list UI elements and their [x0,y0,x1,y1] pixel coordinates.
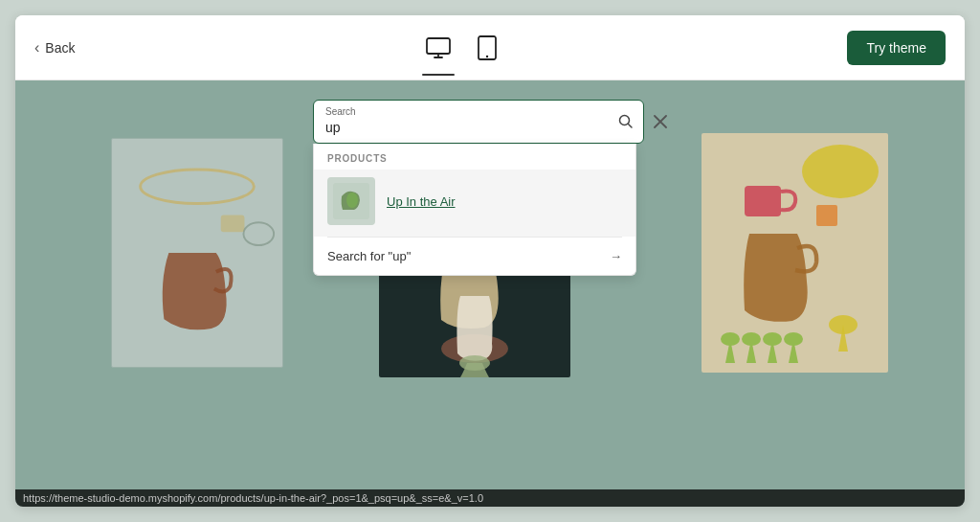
search-input[interactable] [314,101,643,143]
search-input-box: Search [313,100,644,144]
desktop-icon [426,37,451,58]
main-frame: ‹ Back Try theme [15,15,965,507]
close-icon [654,115,667,128]
product-thumbnail [327,177,375,225]
search-container: Search [313,100,667,144]
tablet-icon [478,35,497,60]
status-url: https://theme-studio-demo.myshopify.com/… [23,492,483,504]
preview-area: Search [15,80,965,507]
search-box-wrapper: Search [313,100,667,144]
device-toggle [422,32,501,64]
search-dropdown: PRODUCTS Up In the Air Se [313,144,636,276]
search-icon [618,114,634,129]
back-button[interactable]: ‹ Back [34,39,75,57]
search-for-text: Search for "up" [327,249,411,263]
desktop-toggle-button[interactable] [422,34,455,62]
close-button[interactable] [654,115,667,128]
search-for-row[interactable]: Search for "up" → [314,238,635,275]
product-item[interactable]: Up In the Air [314,170,635,237]
svg-point-2 [486,55,488,57]
svg-point-36 [346,193,358,208]
back-arrow-icon: ‹ [34,39,39,57]
top-bar: ‹ Back Try theme [15,15,965,80]
svg-rect-0 [427,38,450,54]
arrow-right-icon: → [610,249,622,263]
product-name[interactable]: Up In the Air [387,194,456,209]
products-section-label: PRODUCTS [314,144,635,170]
search-overlay: Search [15,80,965,507]
status-bar: https://theme-studio-demo.myshopify.com/… [15,489,965,507]
try-theme-label: Try theme [866,40,926,56]
product-thumb-svg [333,183,369,219]
try-theme-button[interactable]: Try theme [847,31,946,65]
back-label: Back [45,40,75,56]
tablet-toggle-button[interactable] [474,32,501,64]
search-icon-button[interactable] [618,114,634,129]
